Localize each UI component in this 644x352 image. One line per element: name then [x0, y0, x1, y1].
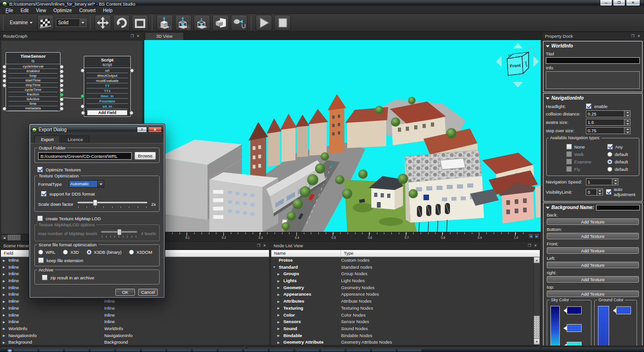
node-row[interactable]: ▶SoundSound Nodes [271, 325, 533, 332]
walk-default-radio[interactable] [607, 152, 612, 157]
tree-row[interactable]: ▶BackgroundBackground [1, 339, 269, 345]
ground-color-swatch[interactable] [616, 306, 631, 314]
field-row[interactable]: isActive [8, 97, 58, 102]
scroll-left-icon[interactable]: ◀ [1, 235, 7, 240]
float-icon[interactable]: ❐ [129, 33, 135, 40]
center-transform-button[interactable]: C [175, 15, 192, 31]
field-row[interactable]: Fountain [87, 99, 128, 104]
add-texture-bottom-button[interactable]: Add Texture [547, 233, 639, 239]
maximize-button[interactable]: ❐ [613, 0, 625, 6]
add-texture-top-button[interactable]: Add Texture [547, 291, 639, 297]
add-texture-left-button[interactable]: Add Texture [547, 262, 639, 268]
add-field-button[interactable]: Add Field [87, 110, 127, 115]
dds-format-checkbox[interactable] [41, 191, 47, 196]
field-row[interactable]: TT2 [87, 88, 128, 94]
play-button[interactable] [255, 15, 272, 31]
node-row[interactable]: ▶AppearancesAppereance Nodes [271, 291, 533, 298]
optimize-textures-checkbox[interactable] [37, 167, 43, 172]
nav-cube-widget[interactable]: Front Top Back [493, 41, 540, 89]
bounding-box-button[interactable] [194, 15, 210, 31]
node-row[interactable]: ▶GeometryGeometry Nodes [271, 284, 533, 291]
output-folder-input[interactable]: B:/customers/Greven/CD-Content/WRL [38, 152, 132, 160]
scrollbar-thumb[interactable] [534, 316, 540, 339]
field-row[interactable]: metadata [8, 106, 58, 111]
field-row-timein-connected[interactable]: time_in [87, 94, 128, 99]
help-icon[interactable]: ? [137, 127, 147, 133]
field-row[interactable]: time [8, 102, 58, 106]
move-tool-button[interactable] [94, 15, 111, 31]
avatar-size-stepper[interactable]: 1.6 [586, 119, 631, 126]
rotate-tool-button[interactable] [113, 15, 130, 31]
node-row[interactable]: ▶GroupsGroup Nodes [271, 271, 533, 278]
field-row[interactable]: startTime [8, 78, 58, 83]
worldinfo-section-header[interactable]: WorldInfo [546, 42, 640, 50]
node-row[interactable]: ▶AttributesAttribute Nodes [271, 298, 533, 305]
field-row[interactable]: TT [87, 83, 128, 88]
tree-row[interactable]: ▶WorldInfoWorldInfo [1, 325, 269, 332]
close-icon[interactable]: ✕ [532, 242, 538, 249]
zip-archive-checkbox[interactable] [42, 275, 47, 280]
node-row[interactable]: ▶ColorColor Nodes [271, 312, 533, 319]
sky-color-swatch[interactable] [567, 324, 582, 332]
navigationinfo-section-header[interactable]: NavigationInfo [546, 95, 640, 102]
examine-default-radio[interactable] [607, 159, 612, 164]
windows-taskbar[interactable] [0, 349, 644, 352]
node-timesensor[interactable]: TimeSensor ts cycleInterval enabled loop… [6, 52, 60, 111]
x3dom-radio[interactable] [129, 250, 134, 255]
tree-row[interactable]: ▶InlineInline [1, 318, 269, 325]
start-orb-icon[interactable] [7, 349, 12, 352]
node-row[interactable]: ▼StandardStandard nodes [271, 264, 533, 271]
node-row[interactable]: ProtosCustom nodes [271, 257, 533, 264]
minimize-button[interactable]: — [600, 0, 612, 6]
background-name-input[interactable] [596, 205, 640, 210]
browse-button[interactable]: Browse [134, 152, 156, 160]
field-row[interactable]: stopTime [8, 83, 58, 88]
texture-preview-button[interactable] [37, 15, 54, 31]
node-row[interactable]: ▶BindableBindable Nodes [271, 332, 533, 339]
sky-color-swatch[interactable] [567, 306, 582, 314]
format-type-combobox[interactable]: Automatic [69, 180, 104, 188]
menu-view[interactable]: View [32, 7, 50, 14]
field-row[interactable]: sd_in [87, 104, 128, 109]
close-icon[interactable]: ✕ [262, 242, 268, 249]
x3db-radio[interactable] [87, 250, 92, 255]
scroll-up-icon[interactable]: ▲ [534, 257, 540, 263]
titel-input[interactable] [546, 57, 640, 64]
scroll-down-icon[interactable]: ▼ [534, 338, 540, 345]
close-icon[interactable]: ✕ [636, 33, 642, 40]
headlight-checkbox[interactable] [586, 103, 591, 109]
field-row[interactable]: enabled [8, 69, 58, 74]
add-texture-right-button[interactable]: Add Texture [547, 276, 639, 283]
tab-3d-view[interactable]: 3D View [145, 32, 184, 40]
step-over-size-stepper[interactable]: 0.75 [586, 127, 631, 134]
keep-extension-checkbox[interactable] [38, 257, 44, 263]
export-dialog-titlebar[interactable]: Export Dialog ? ✕ [31, 125, 163, 134]
float-icon[interactable]: ❐ [630, 33, 636, 40]
tree-row[interactable]: ▶InlineInline [1, 298, 269, 305]
field-row[interactable]: cycleTime [8, 88, 58, 92]
toolbar-handle[interactable] [2, 16, 4, 30]
local-transform-button[interactable]: L [156, 15, 173, 31]
close-icon[interactable]: ✕ [135, 33, 141, 40]
tree-row[interactable]: ▶InlineInline [1, 312, 269, 319]
menu-convert[interactable]: Convert [75, 7, 99, 14]
tree-row[interactable]: ▶InlineInline [1, 305, 269, 312]
fly-default-radio[interactable] [607, 167, 612, 172]
tree-row[interactable]: ▶NavigationInfoNavigationInfo [1, 332, 269, 339]
scale-down-slider[interactable] [77, 199, 148, 209]
field-row[interactable]: url [87, 68, 128, 73]
scale-tool-button[interactable] [132, 15, 148, 31]
wrl-radio[interactable] [38, 250, 43, 255]
add-texture-front-button[interactable]: Add Texture [547, 247, 639, 254]
field-row-fraction-connected[interactable]: fraction [8, 92, 58, 97]
menu-help[interactable]: Help [99, 7, 116, 14]
field-row[interactable]: directOutput [87, 73, 128, 78]
close-icon[interactable]: ✕ [148, 127, 162, 133]
viewport-3d[interactable]: Front Top Back [144, 40, 541, 232]
info-textarea[interactable] [546, 71, 640, 89]
navigation-speed-stepper[interactable]: 1 [586, 178, 618, 185]
field-row[interactable]: loop [8, 74, 58, 78]
any-checkbox[interactable] [607, 144, 613, 149]
menu-edit[interactable]: Edit [17, 7, 32, 14]
node-list-vscrollbar[interactable]: ▲ ▼ [533, 257, 540, 345]
